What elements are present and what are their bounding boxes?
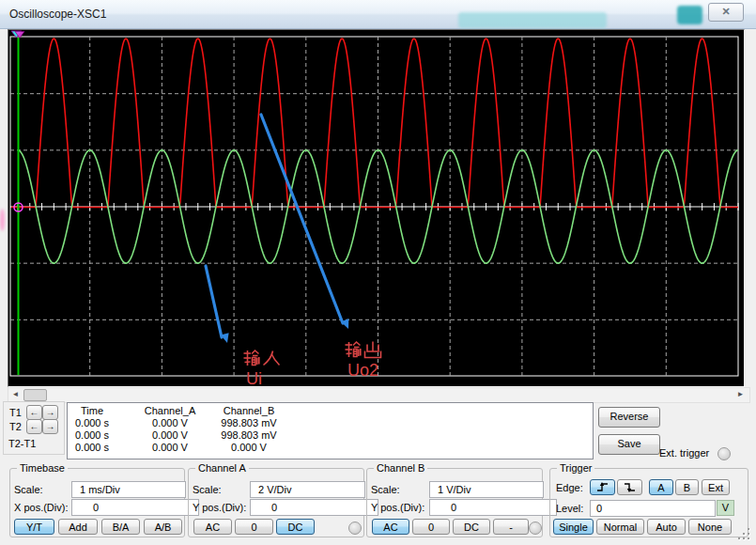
- timebase-add-button[interactable]: Add: [58, 519, 98, 535]
- trigger-mode-single-button[interactable]: Single: [553, 519, 594, 535]
- trigger-level-label: Level:: [556, 503, 583, 514]
- t2-left-button[interactable]: ←: [26, 419, 42, 434]
- trigger-edge-ext-button[interactable]: Ext: [702, 479, 730, 495]
- aero-glass-artifact: [458, 12, 607, 28]
- t1-left-button[interactable]: ←: [26, 405, 42, 420]
- t1-right-button[interactable]: →: [42, 405, 58, 420]
- channel-a-ac-button[interactable]: AC: [193, 519, 232, 535]
- timebase-xpos-input[interactable]: 0: [71, 499, 199, 516]
- readout-time-value: 0.000 s: [75, 429, 109, 441]
- window-title: Oscilloscope-XSC1: [9, 8, 106, 21]
- ext-trigger-connector[interactable]: [717, 447, 731, 460]
- readout-channel-a-value: 0.000 V: [152, 417, 188, 428]
- resize-grip[interactable]: [738, 526, 751, 541]
- trigger-mode-auto-button[interactable]: Auto: [647, 519, 686, 535]
- timebase-scale-input[interactable]: 1 ms/Div: [71, 481, 186, 498]
- cursor-readout-box: T1 ← → T2 ← → T2-T1: [3, 401, 65, 455]
- channel-a-dc-button[interactable]: DC: [276, 519, 315, 535]
- channel-b-group: Channel B Scale: 1 V/Div Y pos.(Div): 0 …: [366, 468, 543, 537]
- channel-a-scale-input[interactable]: 2 V/Div: [250, 481, 365, 498]
- trigger-mode-normal-button[interactable]: Normal: [596, 519, 644, 535]
- horizontal-scrollbar[interactable]: ◄ ►: [8, 387, 750, 403]
- channel-a-scale-label: Scale:: [193, 484, 222, 495]
- readout-time-value: 0.000 s: [75, 417, 109, 428]
- trigger-edge-a-button[interactable]: A: [649, 479, 673, 495]
- trigger-caption: Trigger: [557, 462, 594, 474]
- channel-a-group: Channel A Scale: 2 V/Div Y pos.(Div): 0 …: [188, 468, 364, 537]
- timebase-ab-button[interactable]: A/B: [144, 519, 182, 535]
- trigger-mode-none-button[interactable]: None: [688, 519, 732, 535]
- t2-t1-label: T2-T1: [8, 438, 36, 449]
- t2-label: T2: [9, 421, 22, 432]
- channel-b-ypos-label: Y pos.(Div):: [371, 502, 424, 513]
- title-bar: Oscilloscope-XSC1 ✕: [0, 0, 756, 29]
- oscilloscope-window: Oscilloscope-XSC1 ✕ ◄ ► T1 ← → T2 ← → T2…: [0, 0, 756, 545]
- channel-b-0-button[interactable]: 0: [412, 519, 450, 535]
- readout-channel-a-value: 0.000 V: [152, 429, 188, 441]
- aero-glass-artifact: [677, 6, 702, 24]
- probe-color-smudge: [0, 209, 5, 231]
- reverse-button[interactable]: Reverse: [598, 407, 660, 428]
- readout-channel-b-value: 0.000 V: [231, 442, 267, 453]
- trigger-group: Trigger Edge: ABExt Level: 0 V SingleNor…: [549, 468, 748, 537]
- timebase-ba-button[interactable]: B/A: [101, 519, 140, 535]
- channel-b-ac-button[interactable]: AC: [372, 519, 409, 535]
- trigger-edge-b-button[interactable]: B: [675, 479, 699, 495]
- timebase-caption: Timebase: [17, 462, 68, 474]
- channel-b-ypos-input[interactable]: 0: [429, 499, 557, 516]
- channel-b--button[interactable]: -: [493, 519, 529, 535]
- readout-header: Time: [81, 405, 103, 416]
- t1-label: T1: [9, 407, 22, 418]
- readout-time-value: 0.000 s: [75, 442, 109, 453]
- channel-b-scale-input[interactable]: 1 V/Div: [429, 481, 544, 498]
- channel-a-ypos-input[interactable]: 0: [250, 499, 378, 516]
- scroll-right-icon[interactable]: ►: [734, 389, 747, 399]
- scrollbar-thumb[interactable]: [23, 389, 47, 401]
- timebase-xpos-label: X pos.(Div):: [14, 502, 68, 513]
- trigger-level-unit-select[interactable]: V: [717, 500, 734, 516]
- t2-right-button[interactable]: →: [42, 419, 58, 434]
- channel-a-0-button[interactable]: 0: [235, 519, 273, 535]
- timebase-scale-label: Scale:: [14, 484, 43, 495]
- trigger-edge-fallingedge-button[interactable]: [617, 479, 642, 495]
- trigger-edge-risingedge-button[interactable]: [590, 479, 615, 495]
- readout-channel-a-value: 0.000 V: [152, 442, 188, 453]
- measurement-readout-panel: TimeChannel_AChannel_B0.000 s0.000 V998.…: [67, 402, 594, 459]
- timebase-group: Timebase Scale: 1 ms/Div X pos.(Div): 0 …: [9, 468, 185, 537]
- readout-header: Channel_B: [224, 405, 274, 416]
- readout-header: Channel_A: [145, 405, 195, 416]
- ext-trigger-label: Ext. trigger: [659, 447, 709, 459]
- scope-screen: [8, 29, 745, 387]
- channel-a-caption: Channel A: [195, 462, 249, 474]
- channel-a-connector[interactable]: [348, 522, 362, 535]
- trigger-level-input[interactable]: 0: [590, 500, 716, 517]
- timebase-yt-button[interactable]: Y/T: [14, 519, 54, 535]
- channel-b-scale-label: Scale:: [371, 484, 400, 495]
- scroll-left-icon[interactable]: ◄: [9, 389, 22, 399]
- trigger-edge-label: Edge:: [556, 482, 583, 493]
- readout-channel-b-value: 998.803 mV: [221, 429, 276, 441]
- channel-b-dc-button[interactable]: DC: [453, 519, 490, 535]
- channel-b-connector[interactable]: [529, 522, 542, 535]
- close-button[interactable]: ✕: [708, 3, 744, 22]
- channel-a-ypos-label: Y pos.(Div):: [193, 502, 246, 513]
- channel-b-caption: Channel B: [374, 462, 427, 474]
- save-button[interactable]: Save: [598, 434, 660, 455]
- readout-channel-b-value: 998.803 mV: [221, 417, 276, 428]
